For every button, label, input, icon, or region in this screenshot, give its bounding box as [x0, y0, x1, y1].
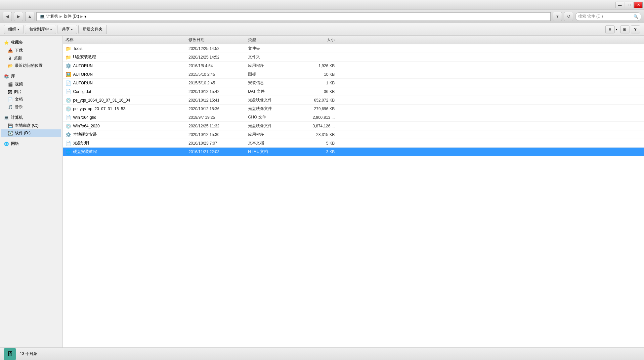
table-row[interactable]: 💿 pe_yqs_xp_20_07_31_15_53 2020/10/12 15…: [63, 105, 644, 113]
back-button[interactable]: ◀: [3, 12, 12, 21]
file-name-label: Win7x64_2020: [73, 124, 100, 128]
file-type-cell: 文本文档: [248, 140, 298, 146]
toolbar: 组织 ▾ 包含到库中 ▾ 共享 ▾ 新建文件夹 ≡ ▾ ⊞ ?: [0, 23, 644, 36]
sidebar-item-doc[interactable]: 📄 文档: [1, 96, 61, 103]
file-date-cell: 2015/5/10 2:45: [189, 72, 248, 77]
computer-section: 💻 计算机 💾 本地磁盘 (C:) 💽 软件 (D:): [1, 113, 61, 137]
computer-header[interactable]: 💻 计算机: [1, 113, 61, 122]
breadcrumb-computer: 计算机: [46, 14, 58, 19]
table-row[interactable]: 💿 pe_yqs_1064_20_07_31_16_04 2020/10/12 …: [63, 96, 644, 105]
file-date-cell: 2020/12/25 14:52: [189, 55, 248, 60]
table-row[interactable]: 🖼️ AUTORUN 2015/5/10 2:45 图标 10 KB: [63, 70, 644, 79]
organize-arrow: ▾: [18, 28, 19, 31]
file-type-cell: 文件夹: [248, 54, 298, 60]
address-path[interactable]: 💻 计算机 ▶ 软件 (D:) ▶ ▾: [36, 12, 551, 21]
file-date-cell: 2016/1/8 4:54: [189, 64, 248, 68]
file-type-icon: ⚙️: [65, 132, 71, 137]
file-name-cell: 📄 Config.dat: [63, 89, 189, 94]
file-name-cell: ⚙️ AUTORUN: [63, 63, 189, 68]
title-bar: — □ ✕: [0, 0, 644, 10]
file-type-cell: 文件夹: [248, 46, 298, 51]
file-size-cell: 1,926 KB: [298, 64, 337, 68]
file-name-cell: 💿 pe_yqs_1064_20_07_31_16_04: [63, 98, 189, 103]
up-button[interactable]: ▲: [25, 12, 34, 21]
sidebar: ⭐ 收藏夹 📥 下载 🖥 桌面 📂 最近访问的位置 📚 库 �: [0, 36, 63, 347]
file-type-cell: 图标: [248, 71, 298, 77]
search-box[interactable]: 搜索 软件 (D:) 🔍: [575, 12, 641, 21]
sidebar-item-video[interactable]: 🎬 视频: [1, 80, 61, 88]
image-icon: 🖼: [8, 90, 12, 94]
file-name-label: Config.dat: [73, 89, 91, 94]
sidebar-item-software-d[interactable]: 💽 软件 (D:): [1, 129, 61, 137]
network-header[interactable]: 🌐 网络: [1, 140, 61, 148]
col-type-header[interactable]: 类型: [248, 37, 298, 43]
video-icon: 🎬: [8, 82, 13, 87]
new-folder-button[interactable]: 新建文件夹: [78, 25, 107, 34]
file-type-icon: 💿: [65, 98, 71, 103]
file-name-label: AUTORUN: [73, 72, 93, 77]
file-type-icon: 💿: [65, 106, 71, 112]
file-list: 📁 Tools 2020/12/25 14:52 文件夹 📁 U盘安装教程 20…: [63, 44, 644, 347]
file-date-cell: 2020/12/25 14:52: [189, 46, 248, 51]
refresh-button[interactable]: ↺: [564, 12, 573, 21]
file-type-icon: 📄: [65, 141, 71, 146]
file-list-header: 名称 修改日期 类型 大小: [63, 36, 644, 44]
library-header[interactable]: 📚 库: [1, 72, 61, 80]
col-size-header[interactable]: 大小: [298, 37, 337, 43]
share-button[interactable]: 共享 ▾: [58, 25, 77, 34]
file-type-cell: 光盘映像文件: [248, 123, 298, 129]
table-row[interactable]: ⚙️ 本地硬盘安装 2020/10/12 15:30 应用程序 28,315 K…: [63, 130, 644, 139]
forward-button[interactable]: ▶: [14, 12, 23, 21]
file-size-cell: 279,696 KB: [298, 107, 337, 111]
file-type-cell: 应用程序: [248, 132, 298, 137]
table-row[interactable]: 📁 U盘安装教程 2020/12/25 14:52 文件夹: [63, 53, 644, 62]
sidebar-item-downloads[interactable]: 📥 下载: [1, 47, 61, 54]
file-date-cell: 2016/11/21 22:03: [189, 150, 248, 154]
col-date-header[interactable]: 修改日期: [189, 37, 248, 43]
col-name-header[interactable]: 名称: [63, 37, 189, 43]
file-size-cell: 1 KB: [298, 81, 337, 85]
table-row[interactable]: 🌐 硬盘安装教程 2016/11/21 22:03 HTML 文档 3 KB: [63, 148, 644, 156]
file-date-cell: 2020/10/12 15:42: [189, 89, 248, 94]
table-row[interactable]: 📄 Win7x64.gho 2019/9/7 19:25 GHO 文件 2,90…: [63, 113, 644, 122]
file-name-cell: 🌐 硬盘安装教程: [63, 149, 189, 155]
sidebar-item-desktop[interactable]: 🖥 桌面: [1, 54, 61, 62]
file-name-label: 光盘说明: [73, 140, 89, 146]
table-row[interactable]: 💿 Win7x64_2020 2020/12/25 11:32 光盘映像文件 3…: [63, 122, 644, 130]
status-app-icon: 🖥: [4, 348, 16, 360]
sidebar-item-recent[interactable]: 📂 最近访问的位置: [1, 62, 61, 69]
file-size-cell: 36 KB: [298, 89, 337, 94]
table-row[interactable]: 📁 Tools 2020/12/25 14:52 文件夹: [63, 44, 644, 53]
table-row[interactable]: ⚙️ AUTORUN 2016/1/8 4:54 应用程序 1,926 KB: [63, 62, 644, 70]
search-icon: 🔍: [633, 14, 638, 19]
recent-icon: 📂: [8, 64, 13, 68]
view-button[interactable]: ≡: [605, 25, 615, 33]
dropdown-button[interactable]: ▾: [553, 12, 562, 21]
network-icon: 🌐: [4, 142, 9, 146]
table-row[interactable]: 📄 AUTORUN 2015/5/10 2:45 安装信息 1 KB: [63, 79, 644, 87]
help-button[interactable]: ?: [631, 25, 640, 33]
file-type-cell: 安装信息: [248, 80, 298, 86]
sidebar-item-music[interactable]: 🎵 音乐: [1, 103, 61, 111]
file-type-cell: DAT 文件: [248, 89, 298, 94]
close-button[interactable]: ✕: [634, 2, 643, 8]
library-button[interactable]: 包含到库中 ▾: [25, 25, 56, 34]
table-row[interactable]: 📄 光盘说明 2016/10/23 7:07 文本文档 5 KB: [63, 139, 644, 148]
organize-button[interactable]: 组织 ▾: [4, 25, 23, 34]
favorites-header[interactable]: ⭐ 收藏夹: [1, 38, 61, 47]
file-date-cell: 2015/5/10 2:45: [189, 81, 248, 85]
file-date-cell: 2016/10/23 7:07: [189, 141, 248, 146]
details-view-button[interactable]: ⊞: [620, 25, 629, 33]
file-name-cell: ⚙️ 本地硬盘安装: [63, 132, 189, 137]
file-name-cell: 📄 Win7x64.gho: [63, 115, 189, 120]
file-type-icon: 📄: [65, 80, 71, 86]
maximize-button[interactable]: □: [625, 2, 633, 8]
drive-c-icon: 💾: [8, 123, 13, 128]
main-layout: ⭐ 收藏夹 📥 下载 🖥 桌面 📂 最近访问的位置 📚 库 �: [0, 36, 644, 347]
sidebar-item-local-c[interactable]: 💾 本地磁盘 (C:): [1, 122, 61, 129]
sidebar-item-image[interactable]: 🖼 图片: [1, 88, 61, 96]
minimize-button[interactable]: —: [616, 2, 624, 8]
table-row[interactable]: 📄 Config.dat 2020/10/12 15:42 DAT 文件 36 …: [63, 87, 644, 96]
file-date-cell: 2020/10/12 15:41: [189, 98, 248, 103]
file-name-cell: 💿 pe_yqs_xp_20_07_31_15_53: [63, 106, 189, 112]
